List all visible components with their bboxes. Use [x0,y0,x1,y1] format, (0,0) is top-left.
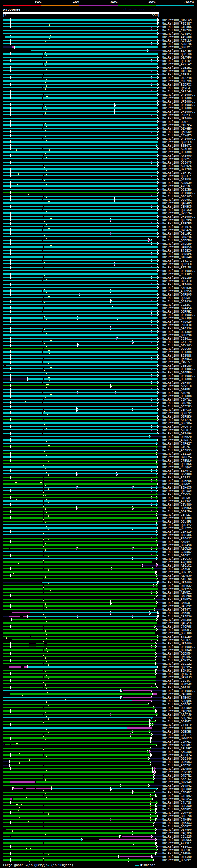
svg-text:UniRef100_B4LSR9: UniRef100_B4LSR9 [162,242,192,246]
svg-text:UniRef100_C3KHC5: UniRef100_C3KHC5 [162,205,192,209]
svg-text:UniRef100_Q6VEJ7: UniRef100_Q6VEJ7 [162,87,192,90]
svg-text:UniRef100_A7TZ75: UniRef100_A7TZ75 [162,418,192,422]
svg-text:UniRef100_A7TSL1: UniRef100_A7TSL1 [162,842,192,845]
svg-text:UniRef100_O96653: UniRef100_O96653 [162,761,192,764]
svg-text:UniRef100_Q93134: UniRef100_Q93134 [162,212,192,215]
svg-text:UniRef100_O18640: UniRef100_O18640 [162,256,192,259]
svg-text:UniRef100_Q6EEB0: UniRef100_Q6EEB0 [162,239,192,242]
svg-text:UniRef100_O65851: UniRef100_O65851 [162,612,192,615]
svg-text:UniRef100_B4E0C3: UniRef100_B4E0C3 [162,696,192,700]
svg-text:UniRef100_A9P1N7: UniRef100_A9P1N7 [162,185,192,188]
svg-text:UniRef100_UPI000..: UniRef100_UPI000.. [162,727,195,730]
svg-text:UniRef100_B8AWF2: UniRef100_B8AWF2 [162,720,192,723]
svg-text:UniRef100_UPI000..: UniRef100_UPI000.. [162,581,195,584]
svg-text:UniRef100_Q1WLW3: UniRef100_Q1WLW3 [162,19,192,22]
svg-text:UniRef100_Q00X27: UniRef100_Q00X27 [162,46,192,49]
svg-text:UniRef100_A9NWJ9: UniRef100_A9NWJ9 [162,181,192,185]
svg-text:UniRef100_UPI000..: UniRef100_UPI000.. [162,351,195,354]
svg-text:UniRef100_C4LTS8: UniRef100_C4LTS8 [162,801,192,805]
svg-text:UniRef100_C5E1D7: UniRef100_C5E1D7 [162,848,192,852]
svg-text:UniRef100_C1MZG8: UniRef100_C1MZG8 [162,29,192,32]
svg-text:UniRef100_B9I2G9: UniRef100_B9I2G9 [162,168,192,171]
svg-text:UniRef100_C5FEE7: UniRef100_C5FEE7 [162,513,192,517]
svg-text:UniRef100_Q95PD5: UniRef100_Q95PD5 [162,479,192,483]
svg-text:UniRef100_UPI000..: UniRef100_UPI000.. [162,642,195,645]
svg-text:UniRef100_Q9LV28: UniRef100_Q9LV28 [162,219,192,222]
svg-text:UniRef100_B9WK13: UniRef100_B9WK13 [162,737,192,740]
svg-text:UniRef100_B8A2B4: UniRef100_B8A2B4 [162,510,192,513]
svg-text:=100char.: =100char. [140,864,157,867]
svg-text:UniRef100_Q7Q0T5: UniRef100_Q7Q0T5 [162,425,192,429]
svg-text:UniRef100_Q7RS49: UniRef100_Q7RS49 [162,781,192,784]
svg-text:UniRef100_C1E856: UniRef100_C1E856 [162,26,192,29]
svg-text:UniRef100_UPI000..: UniRef100_UPI000.. [162,270,195,273]
svg-text:UniRef100_Q9W7I1: UniRef100_Q9W7I1 [162,120,192,124]
svg-text:UniRef100_C6TJD3: UniRef100_C6TJD3 [162,273,192,276]
svg-text:UniRef100_B6K8C2: UniRef100_B6K8C2 [162,669,192,673]
svg-text:UniRef100_Q21215: UniRef100_Q21215 [162,588,192,591]
svg-text:AV390684: AV390684 [3,8,20,12]
svg-text:UniRef100_C6ZQW2: UniRef100_C6ZQW2 [162,466,192,469]
svg-text:UniRef100_UPI000..: UniRef100_UPI000.. [162,645,195,649]
svg-text:UniRef100_Q24D42: UniRef100_Q24D42 [162,784,192,787]
svg-text:UniRef100_B6KSU1: UniRef100_B6KSU1 [162,601,192,605]
svg-text:UniRef100_A9XEM9: UniRef100_A9XEM9 [162,148,192,151]
svg-text:UniRef100_Q4N2Q8: UniRef100_Q4N2Q8 [162,618,192,622]
svg-text:UniRef100_B2ADC3: UniRef100_B2ADC3 [162,473,192,476]
svg-text:UniRef100_A0AUJ0: UniRef100_A0AUJ0 [162,574,192,578]
svg-text:UniRef100_Q870G6: UniRef100_Q870G6 [162,432,192,435]
svg-text:UniRef100_Q801L9: UniRef100_Q801L9 [162,141,192,144]
svg-text:UniRef100_B4K3F2: UniRef100_B4K3F2 [162,628,192,632]
svg-text:UniRef100_Q01369: UniRef100_Q01369 [162,331,192,334]
svg-text:UniRef100_C5DGD7: UniRef100_C5DGD7 [162,791,192,795]
svg-text:UniRef100_C4QP68: UniRef100_C4QP68 [162,625,192,628]
svg-text:UniRef100_A6SBS3: UniRef100_A6SBS3 [162,449,192,452]
svg-text:UniRef100_Q4PM32: UniRef100_Q4PM32 [162,584,192,588]
svg-text:UniRef100_B4KUT6: UniRef100_B4KUT6 [162,598,192,601]
svg-text:UniRef100_Q5XUC3: UniRef100_Q5XUC3 [162,358,192,361]
svg-text:UniRef100_B4DVD2: UniRef100_B4DVD2 [162,402,192,405]
svg-text:UniRef100_Q8J225: UniRef100_Q8J225 [162,527,192,530]
svg-text:UniRef100_A1CW29: UniRef100_A1CW29 [162,547,192,551]
svg-text:UniRef100_B4DWC6: UniRef100_B4DWC6 [162,838,192,842]
svg-text:UniRef100_Q9C4Z6: UniRef100_Q9C4Z6 [162,229,192,232]
svg-text:UniRef100_Q9FSU2: UniRef100_Q9FSU2 [162,787,192,791]
svg-text:UniRef100_A7ATJ9: UniRef100_A7ATJ9 [162,713,192,716]
svg-text:UniRef100_UPI000..: UniRef100_UPI000.. [162,103,195,107]
svg-text:UniRef100_Q39836: UniRef100_Q39836 [162,300,192,303]
svg-text:UniRef100_UPI000..: UniRef100_UPI000.. [162,97,195,100]
svg-text:UniRef100_Q2GUD1: UniRef100_Q2GUD1 [162,388,192,391]
svg-text:UniRef100_UPI000..: UniRef100_UPI000.. [162,117,195,120]
svg-text:UniRef100_C1C2G1: UniRef100_C1C2G1 [162,445,192,449]
svg-text:UniRef100_Q58G69: UniRef100_Q58G69 [162,130,192,134]
svg-text:AlignView.pm Beta rel.7: AlignView.pm Beta rel.7 [123,8,159,11]
svg-text:~80%: ~80% [147,0,156,5]
svg-text:UniRef100_P46800: UniRef100_P46800 [162,693,192,696]
svg-text:UniRef100_A9P926: UniRef100_A9P926 [162,164,192,168]
svg-text:UniRef100_Q6PPH2: UniRef100_Q6PPH2 [162,310,192,313]
svg-text:UniRef100_P49026: UniRef100_P49026 [162,320,192,323]
svg-text:|1: |1 [3,14,6,17]
svg-text:UniRef100_C1BLK6: UniRef100_C1BLK6 [162,70,192,73]
svg-text:UniRef100_A2I3W1: UniRef100_A2I3W1 [162,500,192,503]
svg-text:UniRef100_Q8LAF2: UniRef100_Q8LAF2 [162,232,192,236]
svg-text:UniRef100_Q6C592: UniRef100_Q6C592 [162,655,192,659]
svg-text:UniRef100_B0ENZ3: UniRef100_B0ENZ3 [162,808,192,811]
svg-text:UniRef100_Q0CSY4: UniRef100_Q0CSY4 [162,666,192,669]
svg-text:UniRef100_Q4Y0J3: UniRef100_Q4Y0J3 [162,676,192,679]
svg-text:UniRef100_O24076: UniRef100_O24076 [162,225,192,229]
svg-text:UniRef100_Q179P0: UniRef100_Q179P0 [162,828,192,832]
svg-text:UniRef100_Q6CNI7: UniRef100_Q6CNI7 [162,825,192,828]
svg-text:UniRef100_C7EWL6: UniRef100_C7EWL6 [162,459,192,463]
svg-text:UniRef100_C0H7X9: UniRef100_C0H7X9 [162,80,192,83]
svg-text:UniRef100_B4FKM1: UniRef100_B4FKM1 [162,496,192,500]
svg-text:UniRef100_B7T1N8: UniRef100_B7T1N8 [162,266,192,270]
svg-text:UniRef100_A2Q9R8: UniRef100_A2Q9R8 [162,561,192,564]
svg-text:UniRef100_C4JRS6: UniRef100_C4JRS6 [162,615,192,618]
svg-text:558|: 558| [152,14,159,17]
svg-text:UniRef100_A9TLL0: UniRef100_A9TLL0 [162,39,192,42]
svg-text:UniRef100_Q27JQ8: UniRef100_Q27JQ8 [162,317,192,320]
svg-text:UniRef100_B4JEI0: UniRef100_B4JEI0 [162,249,192,252]
svg-text:UniRef100_B5DFX3: UniRef100_B5DFX3 [162,83,192,87]
svg-text:UniRef100_Q5DCH7: UniRef100_Q5DCH7 [162,703,192,706]
